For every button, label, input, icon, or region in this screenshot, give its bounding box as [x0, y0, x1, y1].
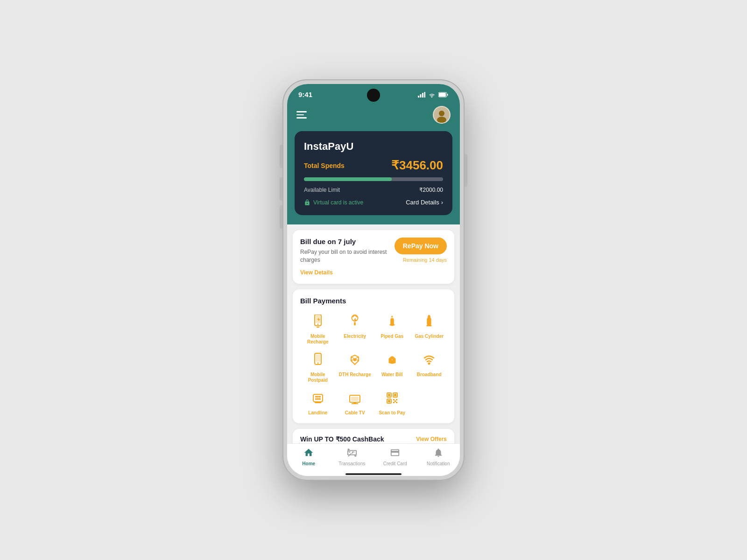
bill-top-row: Bill due on 7 july RePay your bill on to… [300, 238, 447, 276]
menu-line-1 [296, 111, 307, 112]
bill-payments-title: Bill Payments [300, 297, 447, 305]
credit-card-widget: InstaPayU Total Spends ₹3456.00 Availabl… [295, 131, 452, 215]
svg-rect-3 [424, 92, 426, 98]
home-indicator [345, 473, 402, 475]
card-section: InstaPayU Total Spends ₹3456.00 Availabl… [287, 131, 460, 224]
wifi-icon [428, 92, 436, 98]
payment-item-dth-recharge[interactable]: DTH Recharge [338, 350, 373, 383]
transactions-icon [347, 448, 357, 460]
mobile-postpaid-icon [309, 350, 327, 369]
cable-tv-label: Cable TV [345, 410, 365, 416]
repay-area: RePay Now Remaining 14 days [395, 238, 447, 263]
virtual-card-label: Virtual card is active [313, 199, 363, 206]
svg-rect-0 [418, 96, 419, 98]
phone-frame: 9:41 [282, 79, 465, 481]
svg-rect-49 [388, 400, 390, 402]
svg-point-8 [437, 117, 446, 123]
svg-rect-17 [389, 324, 395, 325]
payment-item-scan-to-pay[interactable]: Scan to Pay [374, 389, 410, 416]
view-details-link[interactable]: View Details [300, 269, 333, 276]
svg-rect-54 [395, 400, 396, 402]
broadband-label: Broadband [417, 372, 442, 378]
notification-icon [433, 448, 444, 460]
repay-now-button[interactable]: RePay Now [395, 238, 447, 254]
available-limit-label: Available Limit [304, 187, 340, 193]
payment-item-electricity[interactable]: Electricity [338, 312, 373, 345]
svg-rect-23 [316, 354, 320, 362]
app-name: InstaPayU [304, 140, 443, 153]
home-indicator-bar [287, 474, 460, 476]
user-avatar[interactable] [433, 106, 451, 124]
cashback-section: Win UP TO ₹500 CashBack View Offers [293, 429, 454, 443]
water-bill-icon [383, 350, 402, 369]
payment-item-broadband[interactable]: Broadband [412, 350, 447, 383]
payment-grid: Mobile Recharge [300, 312, 447, 416]
electricity-label: Electricity [344, 334, 366, 339]
nav-notification-label: Notification [427, 461, 450, 466]
nav-transactions[interactable]: Transactions [331, 448, 374, 466]
bill-due-section: Bill due on 7 july RePay your bill on to… [293, 230, 454, 284]
app-header [287, 102, 460, 131]
cashback-title: Win UP TO ₹500 CashBack [300, 435, 384, 443]
svg-rect-6 [447, 94, 448, 96]
view-offers-link[interactable]: View Offers [416, 436, 447, 442]
card-details-button[interactable]: Card Details › [406, 199, 443, 206]
piped-gas-label: Piped Gas [381, 334, 403, 339]
camera-notch [367, 89, 380, 102]
total-spends-label: Total Spends [304, 162, 345, 169]
available-limit-amount: ₹2000.00 [419, 187, 443, 193]
bill-due-title: Bill due on 7 july [300, 238, 389, 245]
payment-item-water-bill[interactable]: Water Bill [374, 350, 410, 383]
svg-rect-33 [315, 402, 321, 403]
lock-icon [304, 199, 310, 206]
svg-rect-15 [354, 322, 356, 326]
bill-info: Bill due on 7 july RePay your bill on to… [300, 238, 389, 276]
main-scroll-content[interactable]: InstaPayU Total Spends ₹3456.00 Availabl… [287, 131, 460, 443]
nav-credit-card[interactable]: Credit Card [374, 448, 417, 466]
mobile-recharge-icon [309, 312, 327, 331]
bill-payments-section: Bill Payments M [293, 289, 454, 423]
dth-recharge-icon [345, 350, 364, 369]
svg-rect-1 [420, 94, 422, 98]
svg-point-11 [317, 323, 318, 325]
progress-bar-fill [304, 177, 392, 181]
svg-point-36 [319, 396, 321, 398]
svg-point-39 [319, 398, 321, 400]
payment-item-piped-gas[interactable]: Piped Gas [374, 312, 410, 345]
svg-point-7 [439, 111, 444, 116]
svg-rect-41 [351, 397, 359, 401]
svg-rect-43 [352, 403, 358, 404]
available-limit-row: Available Limit ₹2000.00 [304, 187, 443, 193]
chevron-right-icon: › [441, 199, 443, 206]
svg-rect-45 [388, 394, 390, 396]
svg-rect-51 [396, 399, 397, 400]
nav-transactions-label: Transactions [338, 461, 365, 466]
mobile-postpaid-label: Mobile Postpaid [300, 372, 336, 383]
svg-rect-18 [427, 317, 431, 326]
payment-item-cable-tv[interactable]: Cable TV [338, 389, 373, 416]
card-footer: Virtual card is active Card Details › [304, 199, 443, 206]
water-bill-label: Water Bill [381, 372, 403, 378]
avatar-image [434, 107, 450, 123]
card-details-label: Card Details [406, 199, 439, 206]
nav-home[interactable]: Home [287, 448, 331, 466]
payment-item-mobile-recharge[interactable]: Mobile Recharge [300, 312, 336, 345]
signal-icon [418, 92, 425, 98]
piped-gas-icon [383, 312, 402, 331]
nav-notification[interactable]: Notification [417, 448, 460, 466]
home-icon [303, 448, 314, 460]
payment-item-mobile-postpaid[interactable]: Mobile Postpaid [300, 350, 336, 383]
menu-line-3 [296, 117, 307, 119]
hamburger-menu-button[interactable] [296, 111, 307, 119]
battery-icon [438, 92, 449, 98]
bottom-navigation: Home Transactions [287, 443, 460, 474]
virtual-card-status: Virtual card is active [304, 199, 363, 206]
payment-item-gas-cylinder[interactable]: Gas Cylinder [412, 312, 447, 345]
payment-item-landline[interactable]: Landline [300, 389, 336, 416]
svg-point-38 [317, 398, 319, 400]
status-icons [418, 92, 449, 98]
electricity-icon [345, 312, 364, 331]
svg-point-34 [315, 396, 317, 398]
mobile-recharge-label: Mobile Recharge [300, 334, 336, 345]
broadband-icon [420, 350, 438, 369]
